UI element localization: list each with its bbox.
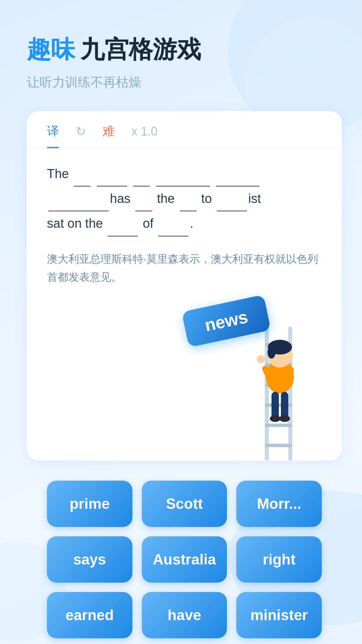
word-btn-right[interactable]: right [236,536,322,583]
blank-11 [158,211,188,236]
subtitle: 让听力训练不再枯燥 [27,74,342,91]
illustration-area: news [27,293,342,461]
word-btn-says[interactable]: says [47,536,132,583]
blank-10 [108,211,138,236]
svg-rect-15 [272,392,279,419]
tab-speed[interactable]: x 1.0 [131,124,158,147]
word-btn-prime[interactable]: prime [47,481,132,527]
tab-bar: 译 ↻ 难 x 1.0 [27,111,342,148]
blank-7 [135,186,152,211]
word-btn-minister[interactable]: minister [236,592,322,638]
blank-8 [180,186,196,211]
svg-rect-16 [281,392,288,419]
title-highlight: 趣味 [27,34,75,66]
blank-3 [133,162,150,186]
blank-2 [97,162,127,186]
word-btn-have[interactable]: have [142,592,227,638]
translation-text: 澳大利亚总理斯科特·莫里森表示，澳大利亚有权就以色列首都发表意见。 [27,250,342,286]
sentence-area: The has the to ist sat on the of [27,162,342,236]
blank-4 [156,162,210,186]
sentence-text: The has the to ist sat on the of [47,162,322,236]
word-btn-scott[interactable]: Scott [142,481,227,527]
svg-point-11 [267,346,276,359]
word-grid: prime Scott Morr... says Australia right… [27,481,342,638]
tab-refresh[interactable]: ↻ [76,124,86,147]
word-btn-australia[interactable]: Australia [142,536,227,583]
title-main: 九宫格游戏 [80,34,201,66]
svg-rect-7 [265,444,292,447]
svg-point-18 [279,415,290,422]
svg-point-14 [257,355,265,363]
blank-6 [48,186,109,211]
page-header: 趣味 九宫格游戏 [27,34,342,66]
word-btn-morrison[interactable]: Morr... [236,481,322,527]
refresh-icon: ↻ [76,124,86,138]
blank-5 [216,162,259,186]
tab-translate[interactable]: 译 [47,123,59,148]
tab-hard[interactable]: 难 [103,123,115,148]
svg-point-17 [270,415,281,422]
word-btn-earned[interactable]: earned [47,592,132,638]
game-card: 译 ↻ 难 x 1.0 The [27,111,342,461]
blank-1 [74,162,90,186]
svg-rect-6 [265,424,292,427]
blank-9 [217,186,247,211]
